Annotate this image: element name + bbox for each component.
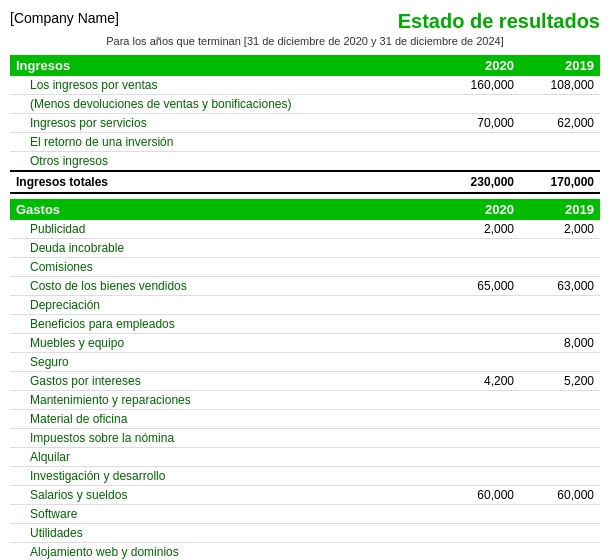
gastos-val2020-7 bbox=[440, 353, 520, 372]
gastos-label-5: Beneficios para empleados bbox=[10, 315, 440, 334]
gastos-label-8: Gastos por intereses bbox=[10, 372, 440, 391]
gastos-val2020-1 bbox=[440, 239, 520, 258]
gastos-val2019-2 bbox=[520, 258, 600, 277]
gastos-val2020-8: 4,200 bbox=[440, 372, 520, 391]
ingresos-val2020-4 bbox=[440, 152, 520, 172]
ingresos-row-2: Ingresos por servicios 70,000 62,000 bbox=[10, 114, 600, 133]
gastos-section-label: Gastos bbox=[10, 199, 440, 220]
gastos-val2019-1 bbox=[520, 239, 600, 258]
page-header: [Company Name] Estado de resultados bbox=[10, 10, 600, 33]
gastos-label-15: Software bbox=[10, 505, 440, 524]
ingresos-val2020-2: 70,000 bbox=[440, 114, 520, 133]
gastos-val2020-0: 2,000 bbox=[440, 220, 520, 239]
ingresos-row-1: (Menos devoluciones de ventas y bonifica… bbox=[10, 95, 600, 114]
gastos-val2020-13 bbox=[440, 467, 520, 486]
ingresos-val2020-0: 160,000 bbox=[440, 76, 520, 95]
company-name: [Company Name] bbox=[10, 10, 119, 26]
gastos-val2020-6 bbox=[440, 334, 520, 353]
gastos-val2019-14: 60,000 bbox=[520, 486, 600, 505]
gastos-val2020-16 bbox=[440, 524, 520, 543]
gastos-row-4: Depreciación bbox=[10, 296, 600, 315]
ingresos-val2019-2: 62,000 bbox=[520, 114, 600, 133]
gastos-label-7: Seguro bbox=[10, 353, 440, 372]
gastos-row-12: Alquilar bbox=[10, 448, 600, 467]
gastos-row-0: Publicidad 2,000 2,000 bbox=[10, 220, 600, 239]
ingresos-label-4: Otros ingresos bbox=[10, 152, 440, 172]
gastos-row-14: Salarios y sueldos 60,000 60,000 bbox=[10, 486, 600, 505]
ingresos-val2019-4 bbox=[520, 152, 600, 172]
gastos-label-14: Salarios y sueldos bbox=[10, 486, 440, 505]
gastos-val2019-7 bbox=[520, 353, 600, 372]
ingresos-val2019-0: 108,000 bbox=[520, 76, 600, 95]
ingresos-total-2020: 230,000 bbox=[440, 171, 520, 193]
gastos-label-0: Publicidad bbox=[10, 220, 440, 239]
gastos-label-3: Costo de los bienes vendidos bbox=[10, 277, 440, 296]
gastos-label-16: Utilidades bbox=[10, 524, 440, 543]
gastos-row-13: Investigación y desarrollo bbox=[10, 467, 600, 486]
gastos-label-6: Muebles y equipo bbox=[10, 334, 440, 353]
gastos-val2019-11 bbox=[520, 429, 600, 448]
ingresos-label-2: Ingresos por servicios bbox=[10, 114, 440, 133]
gastos-val2019-8: 5,200 bbox=[520, 372, 600, 391]
gastos-label-17: Alojamiento web y dominios bbox=[10, 543, 440, 561]
ingresos-total-row: Ingresos totales 230,000 170,000 bbox=[10, 171, 600, 193]
gastos-label-1: Deuda incobrable bbox=[10, 239, 440, 258]
gastos-row-7: Seguro bbox=[10, 353, 600, 372]
gastos-row-10: Material de oficina bbox=[10, 410, 600, 429]
gastos-label-10: Material de oficina bbox=[10, 410, 440, 429]
gastos-year1-header: 2020 bbox=[440, 199, 520, 220]
gastos-val2019-13 bbox=[520, 467, 600, 486]
gastos-label-12: Alquilar bbox=[10, 448, 440, 467]
gastos-row-9: Mantenimiento y reparaciones bbox=[10, 391, 600, 410]
gastos-val2019-12 bbox=[520, 448, 600, 467]
ingresos-row-4: Otros ingresos bbox=[10, 152, 600, 172]
ingresos-row-0: Los ingresos por ventas 160,000 108,000 bbox=[10, 76, 600, 95]
gastos-val2019-0: 2,000 bbox=[520, 220, 600, 239]
gastos-val2020-11 bbox=[440, 429, 520, 448]
ingresos-total-2019: 170,000 bbox=[520, 171, 600, 193]
report-title: Estado de resultados bbox=[398, 10, 600, 33]
gastos-val2020-2 bbox=[440, 258, 520, 277]
ingresos-row-3: El retorno de una inversión bbox=[10, 133, 600, 152]
gastos-label-9: Mantenimiento y reparaciones bbox=[10, 391, 440, 410]
ingresos-val2020-3 bbox=[440, 133, 520, 152]
gastos-label-2: Comisiones bbox=[10, 258, 440, 277]
gastos-val2019-10 bbox=[520, 410, 600, 429]
gastos-row-1: Deuda incobrable bbox=[10, 239, 600, 258]
ingresos-label-0: Los ingresos por ventas bbox=[10, 76, 440, 95]
ingresos-header-row: Ingresos 2020 2019 bbox=[10, 55, 600, 76]
subtitle: Para los años que terminan [31 de diciem… bbox=[10, 35, 600, 47]
gastos-val2020-5 bbox=[440, 315, 520, 334]
year2-header: 2019 bbox=[520, 55, 600, 76]
gastos-val2019-16 bbox=[520, 524, 600, 543]
gastos-val2020-3: 65,000 bbox=[440, 277, 520, 296]
gastos-label-13: Investigación y desarrollo bbox=[10, 467, 440, 486]
gastos-label-11: Impuestos sobre la nómina bbox=[10, 429, 440, 448]
ingresos-val2019-1 bbox=[520, 95, 600, 114]
gastos-val2019-5 bbox=[520, 315, 600, 334]
gastos-row-3: Costo de los bienes vendidos 65,000 63,0… bbox=[10, 277, 600, 296]
gastos-val2020-12 bbox=[440, 448, 520, 467]
ingresos-val2020-1 bbox=[440, 95, 520, 114]
gastos-year2-header: 2019 bbox=[520, 199, 600, 220]
ingresos-total-label: Ingresos totales bbox=[10, 171, 440, 193]
gastos-label-4: Depreciación bbox=[10, 296, 440, 315]
gastos-row-8: Gastos por intereses 4,200 5,200 bbox=[10, 372, 600, 391]
ingresos-section-label: Ingresos bbox=[10, 55, 440, 76]
gastos-row-5: Beneficios para empleados bbox=[10, 315, 600, 334]
gastos-row-11: Impuestos sobre la nómina bbox=[10, 429, 600, 448]
gastos-row-16: Utilidades bbox=[10, 524, 600, 543]
ingresos-label-3: El retorno de una inversión bbox=[10, 133, 440, 152]
gastos-row-17: Alojamiento web y dominios bbox=[10, 543, 600, 561]
gastos-val2020-14: 60,000 bbox=[440, 486, 520, 505]
gastos-val2019-6: 8,000 bbox=[520, 334, 600, 353]
ingresos-val2019-3 bbox=[520, 133, 600, 152]
gastos-val2019-9 bbox=[520, 391, 600, 410]
gastos-val2019-4 bbox=[520, 296, 600, 315]
gastos-val2019-17 bbox=[520, 543, 600, 561]
ingresos-label-1: (Menos devoluciones de ventas y bonifica… bbox=[10, 95, 440, 114]
gastos-val2020-10 bbox=[440, 410, 520, 429]
gastos-val2020-4 bbox=[440, 296, 520, 315]
gastos-val2020-9 bbox=[440, 391, 520, 410]
gastos-val2020-17 bbox=[440, 543, 520, 561]
